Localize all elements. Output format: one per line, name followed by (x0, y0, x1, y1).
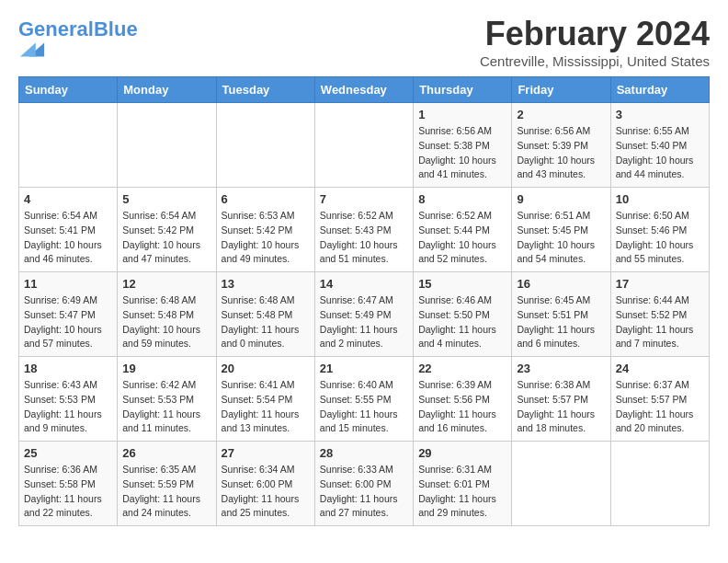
day-cell: 23Sunrise: 6:38 AMSunset: 5:57 PMDayligh… (512, 357, 610, 442)
day-info: Sunrise: 6:52 AMSunset: 5:43 PMDaylight:… (320, 209, 408, 267)
day-number: 22 (418, 362, 506, 375)
day-number: 25 (24, 446, 112, 460)
header-cell-thursday: Thursday (414, 77, 512, 103)
day-cell: 18Sunrise: 6:43 AMSunset: 5:53 PMDayligh… (19, 357, 118, 442)
day-info: Sunrise: 6:52 AMSunset: 5:44 PMDaylight:… (418, 209, 506, 267)
day-number: 23 (517, 362, 605, 375)
day-info: Sunrise: 6:56 AMSunset: 5:39 PMDaylight:… (517, 124, 605, 182)
day-number: 26 (122, 446, 210, 460)
header-cell-monday: Monday (118, 77, 216, 103)
day-cell (216, 103, 314, 188)
day-number: 6 (222, 192, 310, 206)
week-row-0: 1Sunrise: 6:56 AMSunset: 5:38 PMDaylight… (19, 103, 710, 188)
day-info: Sunrise: 6:48 AMSunset: 5:48 PMDaylight:… (222, 293, 310, 351)
day-cell: 16Sunrise: 6:45 AMSunset: 5:51 PMDayligh… (512, 272, 610, 357)
day-info: Sunrise: 6:40 AMSunset: 5:55 PMDaylight:… (320, 378, 408, 436)
day-info: Sunrise: 6:42 AMSunset: 5:53 PMDaylight:… (122, 378, 210, 436)
logo-icon (20, 37, 46, 63)
day-cell: 8Sunrise: 6:52 AMSunset: 5:44 PMDaylight… (414, 188, 512, 272)
day-info: Sunrise: 6:33 AMSunset: 6:00 PMDaylight:… (320, 463, 408, 521)
day-cell (19, 103, 118, 188)
day-cell: 25Sunrise: 6:36 AMSunset: 5:58 PMDayligh… (19, 442, 118, 526)
day-number: 18 (24, 362, 112, 375)
day-number: 2 (517, 108, 605, 121)
day-cell: 1Sunrise: 6:56 AMSunset: 5:38 PMDaylight… (414, 103, 512, 188)
calendar-header: SundayMondayTuesdayWednesdayThursdayFrid… (19, 77, 710, 103)
day-number: 17 (616, 277, 704, 291)
day-number: 5 (122, 192, 210, 206)
day-info: Sunrise: 6:55 AMSunset: 5:40 PMDaylight:… (616, 124, 704, 182)
day-cell: 12Sunrise: 6:48 AMSunset: 5:48 PMDayligh… (118, 272, 216, 357)
day-info: Sunrise: 6:41 AMSunset: 5:54 PMDaylight:… (222, 378, 310, 436)
day-number: 7 (320, 192, 408, 206)
day-info: Sunrise: 6:37 AMSunset: 5:57 PMDaylight:… (616, 378, 704, 436)
day-info: Sunrise: 6:54 AMSunset: 5:41 PMDaylight:… (24, 209, 112, 267)
day-number: 4 (24, 192, 112, 206)
header-cell-friday: Friday (512, 77, 610, 103)
day-number: 20 (222, 362, 310, 375)
day-cell: 5Sunrise: 6:54 AMSunset: 5:42 PMDaylight… (118, 188, 216, 272)
day-number: 12 (122, 277, 210, 291)
day-info: Sunrise: 6:50 AMSunset: 5:46 PMDaylight:… (616, 209, 704, 267)
day-cell: 27Sunrise: 6:34 AMSunset: 6:00 PMDayligh… (216, 442, 314, 526)
header: GeneralBlue February 2024 Centreville, M… (18, 15, 710, 69)
week-row-1: 4Sunrise: 6:54 AMSunset: 5:41 PMDaylight… (19, 188, 710, 272)
day-number: 29 (418, 446, 506, 460)
day-info: Sunrise: 6:31 AMSunset: 6:01 PMDaylight:… (418, 463, 506, 521)
day-number: 27 (222, 446, 310, 460)
day-cell: 26Sunrise: 6:35 AMSunset: 5:59 PMDayligh… (118, 442, 216, 526)
day-cell: 14Sunrise: 6:47 AMSunset: 5:49 PMDayligh… (314, 272, 413, 357)
day-cell (118, 103, 216, 188)
header-cell-saturday: Saturday (610, 77, 709, 103)
day-info: Sunrise: 6:39 AMSunset: 5:56 PMDaylight:… (418, 378, 506, 436)
day-number: 16 (517, 277, 605, 291)
day-cell: 17Sunrise: 6:44 AMSunset: 5:52 PMDayligh… (610, 272, 709, 357)
title-area: February 2024 Centreville, Mississippi, … (480, 15, 710, 69)
header-cell-tuesday: Tuesday (216, 77, 314, 103)
day-number: 9 (517, 192, 605, 206)
day-number: 21 (320, 362, 408, 375)
day-cell: 15Sunrise: 6:46 AMSunset: 5:50 PMDayligh… (414, 272, 512, 357)
day-info: Sunrise: 6:51 AMSunset: 5:45 PMDaylight:… (517, 209, 605, 267)
day-number: 1 (418, 108, 506, 121)
week-row-2: 11Sunrise: 6:49 AMSunset: 5:47 PMDayligh… (19, 272, 710, 357)
day-cell (314, 103, 413, 188)
day-number: 3 (616, 108, 704, 121)
day-info: Sunrise: 6:36 AMSunset: 5:58 PMDaylight:… (24, 463, 112, 521)
day-cell (512, 442, 610, 526)
calendar-table: SundayMondayTuesdayWednesdayThursdayFrid… (18, 76, 710, 526)
day-cell (610, 442, 709, 526)
day-cell: 19Sunrise: 6:42 AMSunset: 5:53 PMDayligh… (118, 357, 216, 442)
day-number: 19 (122, 362, 210, 375)
day-cell: 28Sunrise: 6:33 AMSunset: 6:00 PMDayligh… (314, 442, 413, 526)
day-info: Sunrise: 6:34 AMSunset: 6:00 PMDaylight:… (222, 463, 310, 521)
day-info: Sunrise: 6:38 AMSunset: 5:57 PMDaylight:… (517, 378, 605, 436)
day-cell: 4Sunrise: 6:54 AMSunset: 5:41 PMDaylight… (19, 188, 118, 272)
day-info: Sunrise: 6:54 AMSunset: 5:42 PMDaylight:… (122, 209, 210, 267)
day-cell: 24Sunrise: 6:37 AMSunset: 5:57 PMDayligh… (610, 357, 709, 442)
day-cell: 6Sunrise: 6:53 AMSunset: 5:42 PMDaylight… (216, 188, 314, 272)
day-info: Sunrise: 6:47 AMSunset: 5:49 PMDaylight:… (320, 293, 408, 351)
day-info: Sunrise: 6:44 AMSunset: 5:52 PMDaylight:… (616, 293, 704, 351)
month-year: February 2024 (480, 15, 710, 53)
day-cell: 21Sunrise: 6:40 AMSunset: 5:55 PMDayligh… (314, 357, 413, 442)
header-cell-sunday: Sunday (19, 77, 118, 103)
day-cell: 11Sunrise: 6:49 AMSunset: 5:47 PMDayligh… (19, 272, 118, 357)
day-info: Sunrise: 6:56 AMSunset: 5:38 PMDaylight:… (418, 124, 506, 182)
day-cell: 29Sunrise: 6:31 AMSunset: 6:01 PMDayligh… (414, 442, 512, 526)
day-number: 28 (320, 446, 408, 460)
day-cell: 3Sunrise: 6:55 AMSunset: 5:40 PMDaylight… (610, 103, 709, 188)
day-info: Sunrise: 6:43 AMSunset: 5:53 PMDaylight:… (24, 378, 112, 436)
day-info: Sunrise: 6:53 AMSunset: 5:42 PMDaylight:… (222, 209, 310, 267)
day-number: 14 (320, 277, 408, 291)
day-cell: 7Sunrise: 6:52 AMSunset: 5:43 PMDaylight… (314, 188, 413, 272)
week-row-3: 18Sunrise: 6:43 AMSunset: 5:53 PMDayligh… (19, 357, 710, 442)
location: Centreville, Mississippi, United States (480, 53, 710, 69)
day-number: 11 (24, 277, 112, 291)
calendar-body: 1Sunrise: 6:56 AMSunset: 5:38 PMDaylight… (19, 103, 710, 526)
day-info: Sunrise: 6:45 AMSunset: 5:51 PMDaylight:… (517, 293, 605, 351)
day-info: Sunrise: 6:35 AMSunset: 5:59 PMDaylight:… (122, 463, 210, 521)
day-number: 13 (222, 277, 310, 291)
logo-blue: Blue (94, 17, 138, 40)
day-info: Sunrise: 6:49 AMSunset: 5:47 PMDaylight:… (24, 293, 112, 351)
